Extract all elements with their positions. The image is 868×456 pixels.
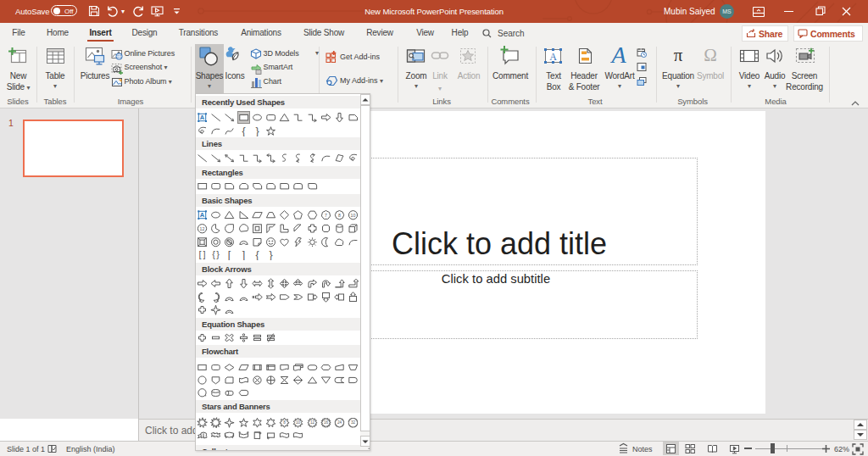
svg-text:10: 10 bbox=[296, 420, 301, 425]
svg-text:8: 8 bbox=[283, 420, 286, 425]
svg-text:}: } bbox=[217, 249, 220, 259]
svg-text:A: A bbox=[200, 114, 205, 121]
svg-text:12: 12 bbox=[200, 225, 205, 231]
svg-text:{: { bbox=[242, 125, 245, 136]
svg-text:24: 24 bbox=[337, 420, 342, 425]
svg-text:}: } bbox=[269, 249, 272, 260]
svg-text:}: } bbox=[255, 125, 259, 136]
svg-text:12: 12 bbox=[310, 420, 315, 425]
svg-text:A: A bbox=[549, 51, 557, 63]
svg-text:7: 7 bbox=[325, 212, 327, 217]
svg-text:[: [ bbox=[228, 249, 231, 260]
svg-text:]: ] bbox=[242, 249, 244, 260]
svg-text:8: 8 bbox=[338, 212, 341, 217]
svg-text:10: 10 bbox=[351, 212, 356, 217]
svg-text:16: 16 bbox=[324, 420, 329, 425]
svg-text:A: A bbox=[609, 45, 626, 65]
svg-text:{: { bbox=[212, 249, 215, 259]
svg-text:{: { bbox=[255, 249, 259, 260]
svg-text:]: ] bbox=[203, 249, 205, 259]
svg-text:A: A bbox=[200, 211, 205, 219]
svg-text:32: 32 bbox=[351, 420, 356, 425]
svg-text:[: [ bbox=[198, 249, 201, 259]
